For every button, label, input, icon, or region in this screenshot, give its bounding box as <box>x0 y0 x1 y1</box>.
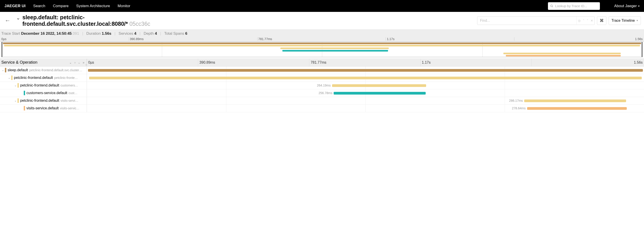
minimap-handle-right[interactable] <box>642 42 642 57</box>
top-nav: JAEGER UI Search Compare System Architec… <box>0 0 644 12</box>
span-row-label[interactable]: ⌄petclinic-frontend.defaultvisits-servi… <box>0 97 87 104</box>
span-bar[interactable] <box>524 100 626 102</box>
find-next-icon[interactable]: ˅ <box>587 19 588 23</box>
service-operation-header: Service & Operation ⌄ › ⌵ » ⠿ <box>0 59 87 66</box>
span-row[interactable]: ⌄petclinic-frontend.defaultcustomers…264… <box>0 82 644 89</box>
span-row[interactable]: visits-service.defaultvisits-servic…278.… <box>0 105 644 112</box>
span-timeline-cell[interactable]: 264.19ms <box>87 82 644 89</box>
span-row[interactable]: ⌄sleep.defaultpetclinic-frontend.default… <box>0 67 644 74</box>
span-timeline-cell[interactable]: 286.17ms <box>87 97 644 104</box>
span-timeline-cell[interactable]: 278.64ms <box>87 105 644 112</box>
minimap-gridline <box>482 42 482 57</box>
span-row-label[interactable]: visits-service.defaultvisits-servic… <box>0 105 87 112</box>
span-timeline-cell[interactable]: 256.78ms <box>87 89 644 97</box>
meta-start-ms: .091 <box>72 31 79 36</box>
minimap-span-bar <box>506 55 620 57</box>
span-bar[interactable] <box>334 92 426 95</box>
span-operation-name: customers… <box>60 84 78 87</box>
nav-sysarch[interactable]: System Architecture <box>76 4 110 8</box>
span-bar[interactable] <box>332 84 426 87</box>
service-operation-label: Service & Operation <box>1 60 38 65</box>
search-icon <box>550 4 553 8</box>
span-operation-name: visits-servi… <box>60 99 78 102</box>
span-duration-label: 278.64ms <box>507 106 526 110</box>
view-selector[interactable]: Trace Timeline ▾ <box>608 16 641 25</box>
span-duration-label: 264.19ms <box>312 84 331 87</box>
timeline-gridline <box>505 82 505 89</box>
ruler-tick: 0µs <box>1 37 129 41</box>
span-toggle-icon[interactable]: ⌄ <box>14 99 18 102</box>
span-service-name: petclinic-frontend.default <box>20 83 59 87</box>
svg-line-1 <box>552 6 553 7</box>
timeline-gridline <box>505 105 505 112</box>
ruler-tick: 390.89ms <box>129 37 257 41</box>
collapse-one-icon[interactable]: ⌄ <box>69 61 72 64</box>
service-color-bar <box>5 68 6 72</box>
trace-header: ← ⌄ sleep.default: petclinic-frontend.de… <box>0 12 644 30</box>
span-row[interactable]: ⌄petclinic-frontend.defaultpetclinic-fro… <box>0 74 644 82</box>
trace-lookup[interactable] <box>548 2 600 10</box>
service-color-bar <box>18 98 19 103</box>
meta-depth-label: Depth <box>144 31 154 36</box>
span-row-label[interactable]: ⌄petclinic-frontend.defaultcustomers… <box>0 82 87 89</box>
keyboard-shortcuts-button[interactable]: ⌘ <box>597 16 606 25</box>
timeline-tick: 390.89ms <box>198 59 310 66</box>
timeline-gridline <box>366 97 366 104</box>
service-color-bar <box>11 76 12 80</box>
meta-services-value: 4 <box>134 31 136 36</box>
minimap-handle-left[interactable] <box>2 42 2 57</box>
column-resize-handle[interactable]: ⠿ <box>85 59 87 66</box>
span-bar[interactable] <box>89 77 642 79</box>
span-row-label[interactable]: ⌄petclinic-frontend.defaultpetclinic-fro… <box>0 74 87 82</box>
find-clear-icon[interactable]: ✕ <box>590 19 593 23</box>
back-button[interactable]: ← <box>3 17 12 24</box>
find-input[interactable] <box>478 19 576 23</box>
span-timeline-cell[interactable] <box>87 74 644 82</box>
span-row[interactable]: ⌄petclinic-frontend.defaultvisits-servi…… <box>0 97 644 105</box>
collapse-trace-button[interactable]: ⌄ <box>16 14 20 21</box>
timeline-gridline <box>226 89 226 97</box>
nav-compare[interactable]: Compare <box>53 4 68 8</box>
find-prev-icon[interactable]: ˄ <box>583 19 584 23</box>
meta-depth-value: 4 <box>155 31 157 36</box>
expand-all-icon[interactable]: » <box>83 61 84 64</box>
chevron-down-icon: ▾ <box>638 5 640 8</box>
meta-duration-value: 1.56s <box>102 31 112 36</box>
ruler-tick: 1.56s <box>514 37 643 41</box>
span-toggle-icon[interactable]: ⌄ <box>14 84 18 87</box>
about-menu[interactable]: About Jaeger ▾ <box>614 4 640 8</box>
trace-minimap[interactable] <box>1 42 643 57</box>
collapse-all-icon[interactable]: ⌵ <box>78 61 80 64</box>
timeline-tick: 1.56s <box>532 59 644 66</box>
locate-icon[interactable]: ◎ <box>578 19 581 23</box>
span-toggle-icon[interactable]: ⌄ <box>7 76 11 79</box>
minimap-span-bar <box>280 48 389 49</box>
span-operation-name: petclinic-fronte… <box>54 76 78 80</box>
span-row-label[interactable]: ⌄sleep.defaultpetclinic-frontend.default… <box>0 67 87 74</box>
span-operation-name: cust… <box>68 91 78 95</box>
minimap-span-bar <box>504 53 621 54</box>
nav-monitor[interactable]: Monitor <box>118 4 130 8</box>
timeline-gridline <box>226 105 226 112</box>
ruler-tick: 781.77ms <box>257 37 386 41</box>
span-service-name: petclinic-frontend.default <box>20 99 59 103</box>
span-row-label[interactable]: customers-service.defaultcust… <box>0 89 87 97</box>
chevron-down-icon: ▾ <box>636 19 638 22</box>
span-row[interactable]: customers-service.defaultcust…256.78ms <box>0 89 644 97</box>
span-bar[interactable] <box>527 107 627 110</box>
find-box[interactable]: ◎ ˄ ˅ ✕ <box>477 16 595 25</box>
span-bar[interactable] <box>88 69 643 72</box>
timeline-header: 0µs 390.89ms 781.77ms 1.17s 1.56s <box>87 59 644 66</box>
expand-one-icon[interactable]: › <box>74 61 76 64</box>
span-toggle-icon[interactable]: ⌄ <box>1 69 5 72</box>
nav-search[interactable]: Search <box>33 4 45 8</box>
span-rows: ⌄sleep.defaultpetclinic-frontend.default… <box>0 67 644 112</box>
span-operation-name: visits-servic… <box>60 106 79 110</box>
trace-lookup-input[interactable] <box>555 4 598 8</box>
service-color-bar <box>24 106 25 110</box>
logo[interactable]: JAEGER UI <box>4 4 26 8</box>
span-timeline-cell[interactable] <box>87 67 644 74</box>
find-controls: ◎ ˄ ˅ ✕ <box>576 17 594 25</box>
span-service-name: visits-service.default <box>26 106 59 110</box>
timeline-gridline <box>505 89 505 97</box>
